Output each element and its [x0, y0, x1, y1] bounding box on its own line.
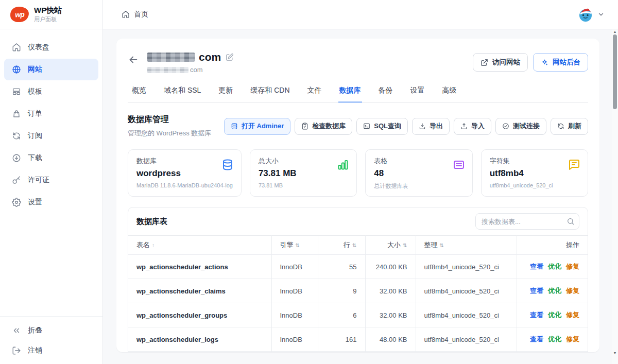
repair-link[interactable]: 修复	[566, 286, 579, 296]
optimize-link[interactable]: 优化	[548, 335, 561, 344]
cell-engine: InnoDB	[271, 327, 318, 352]
cell-table-name: wp_actionscheduler_groups	[128, 303, 271, 327]
scroll-up-arrow[interactable]: ▲	[612, 29, 618, 34]
tab-overview[interactable]: 概览	[131, 81, 147, 103]
tab-advanced[interactable]: 高级	[441, 81, 458, 103]
repair-link[interactable]: 修复	[566, 310, 579, 320]
optimize-link[interactable]: 优化	[548, 262, 561, 271]
optimize-link[interactable]: 优化	[548, 286, 561, 296]
db-tables-title: 数据库表	[136, 217, 167, 227]
view-link[interactable]: 查看	[530, 335, 543, 344]
repair-link[interactable]: 修复	[566, 262, 579, 271]
cell-table-name: wp_actionscheduler_claims	[128, 279, 271, 303]
site-header: com com 访问网站 网站后台	[128, 39, 588, 74]
import-button[interactable]: 导入	[454, 118, 491, 135]
sidebar-item-licenses[interactable]: 许可证	[4, 169, 98, 191]
cell-rows: 0	[318, 352, 365, 353]
db-section-header: 数据库管理 管理您的 WordPress 数据库 打开 Adminer 检查数据…	[128, 114, 588, 138]
cell-collation: utf8mb4_unicode_520_ci	[416, 352, 517, 353]
refresh-label: 刷新	[568, 122, 581, 131]
user-menu[interactable]	[577, 6, 605, 23]
terminal-icon	[363, 123, 370, 130]
db-stat-cards: 数据库 wordpress MariaDB 11.8.6-MariaDB-ubu…	[128, 149, 588, 197]
tab-database[interactable]: 数据库	[338, 81, 362, 103]
test-connection-button[interactable]: 测试连接	[495, 118, 546, 135]
stat-sub: utf8mb4_unicode_520_ci	[490, 182, 579, 188]
logout-label: 注销	[28, 346, 42, 355]
cell-size: 48.00 KB	[365, 327, 416, 352]
export-label: 导出	[430, 122, 443, 131]
stat-value: wordpress	[136, 168, 233, 179]
site-tabs: 概览 域名和 SSL 更新 缓存和 CDN 文件 数据库 备份 设置 高级	[128, 81, 588, 103]
tab-settings[interactable]: 设置	[409, 81, 426, 103]
open-adminer-button[interactable]: 打开 Adminer	[224, 118, 290, 135]
column-header-engine[interactable]: 引擎⇅	[271, 236, 318, 255]
tab-domain-ssl[interactable]: 域名和 SSL	[163, 81, 202, 103]
sidebar-item-dashboard[interactable]: 仪表盘	[4, 37, 98, 58]
cell-size: 32.00 KB	[365, 303, 416, 327]
table-row: wp_actionscheduler_groups InnoDB 6 32.00…	[128, 303, 588, 327]
message-icon	[568, 159, 580, 171]
check-database-button[interactable]: 检查数据库	[295, 118, 352, 135]
sidebar-item-websites[interactable]: 网站	[4, 59, 98, 80]
edit-icon[interactable]	[225, 53, 234, 62]
export-button[interactable]: 导出	[412, 118, 450, 135]
column-header-name[interactable]: 表名↑	[128, 236, 271, 255]
table-row: wp_actionscheduler_claims InnoDB 9 32.00…	[128, 279, 588, 303]
download-icon	[12, 153, 21, 163]
sidebar-item-orders[interactable]: 订单	[4, 103, 98, 125]
logout-button[interactable]: 注销	[4, 341, 98, 360]
chevrons-left-icon	[12, 326, 21, 335]
tab-backups[interactable]: 备份	[377, 81, 394, 103]
table-header-row: 表名↑ 引擎⇅ 行⇅ 大小⇅ 整理⇅ 操作	[128, 236, 588, 255]
main-content: com com 访问网站 网站后台 概览 域名和 SSL	[103, 29, 618, 364]
scroll-down-arrow[interactable]: ▼	[612, 351, 618, 356]
scrollbar-thumb[interactable]	[613, 34, 617, 109]
view-link[interactable]: 查看	[530, 286, 543, 296]
stat-value: 48	[374, 168, 464, 179]
brand-name: WP快站	[34, 6, 62, 14]
cell-size: 48.00 KB	[365, 352, 416, 353]
optimize-link[interactable]: 优化	[548, 310, 561, 320]
tab-cache-cdn[interactable]: 缓存和 CDN	[249, 81, 290, 103]
back-button[interactable]	[128, 54, 140, 66]
brand-logo-icon: wp	[10, 6, 29, 23]
site-domain-suffix: com	[199, 51, 221, 63]
key-icon	[12, 176, 21, 185]
breadcrumb-home[interactable]: 首页	[122, 10, 148, 19]
sidebar-item-templates[interactable]: 模板	[4, 81, 98, 102]
tab-updates[interactable]: 更新	[217, 81, 234, 103]
column-header-collation[interactable]: 整理⇅	[416, 236, 517, 255]
sql-query-button[interactable]: SQL查询	[356, 118, 408, 135]
collapse-sidebar-button[interactable]: 折叠	[4, 321, 98, 340]
stat-sub: 73.81 MB	[259, 182, 348, 188]
visit-site-button[interactable]: 访问网站	[473, 53, 528, 72]
view-link[interactable]: 查看	[530, 310, 543, 320]
stat-card-total-size: 总大小 73.81 MB 73.81 MB	[250, 149, 357, 197]
cell-engine: InnoDB	[271, 279, 318, 303]
sidebar-item-downloads[interactable]: 下载	[4, 147, 98, 169]
site-admin-button[interactable]: 网站后台	[533, 53, 588, 72]
search-input[interactable]	[475, 213, 579, 230]
home-icon	[122, 10, 130, 19]
sort-both-icon: ⇅	[352, 242, 356, 248]
cell-table-name: wp_actionscheduler_actions	[128, 255, 271, 279]
column-header-size[interactable]: 大小⇅	[365, 236, 416, 255]
refresh-button[interactable]: 刷新	[551, 118, 588, 135]
sidebar-item-settings[interactable]: 设置	[4, 192, 98, 213]
sidebar-item-label: 模板	[28, 87, 42, 96]
stat-label: 总大小	[259, 157, 348, 166]
cell-rows: 9	[318, 279, 365, 303]
stat-value: utf8mb4	[490, 168, 579, 179]
tab-files[interactable]: 文件	[306, 81, 323, 103]
sort-both-icon: ⇅	[403, 242, 407, 248]
sidebar-item-subscriptions[interactable]: 订阅	[4, 125, 98, 147]
column-header-rows[interactable]: 行⇅	[318, 236, 365, 255]
sidebar-item-label: 订阅	[28, 131, 42, 141]
open-adminer-label: 打开 Adminer	[242, 122, 284, 131]
view-link[interactable]: 查看	[530, 262, 543, 271]
table-row: wp_commentmeta InnoDB 0 48.00 KB utf8mb4…	[128, 352, 588, 353]
repair-link[interactable]: 修复	[566, 335, 579, 344]
stat-value: 73.81 MB	[259, 168, 348, 179]
stat-label: 数据库	[136, 157, 233, 166]
